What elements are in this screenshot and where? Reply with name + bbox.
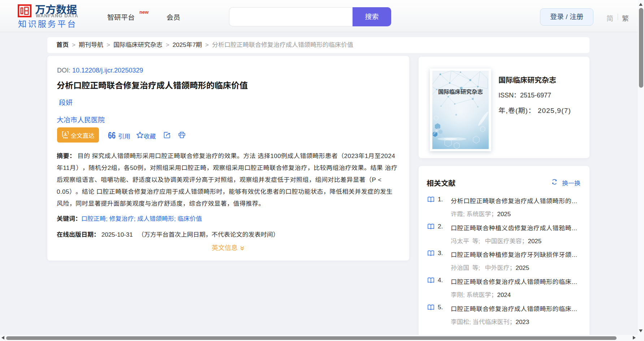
svg-text:free: free xyxy=(63,136,68,139)
svg-text:国际临床研究杂志: 国际临床研究杂志 xyxy=(438,87,483,95)
